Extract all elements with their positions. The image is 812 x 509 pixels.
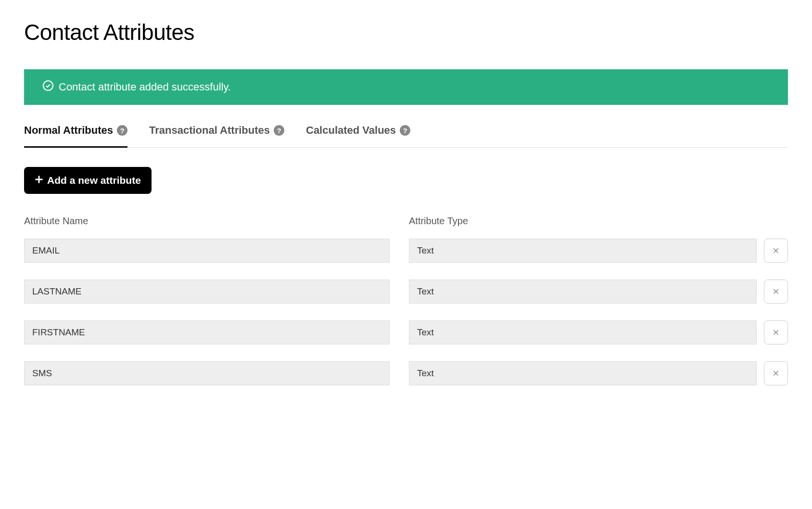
column-header-type: Attribute Type bbox=[409, 216, 788, 227]
help-icon[interactable]: ? bbox=[117, 125, 127, 136]
tab-calculated-values[interactable]: Calculated Values ? bbox=[306, 124, 410, 148]
tab-transactional-attributes[interactable]: Transactional Attributes ? bbox=[149, 124, 284, 148]
check-circle-icon bbox=[42, 80, 54, 94]
attribute-row bbox=[24, 320, 788, 344]
help-icon[interactable]: ? bbox=[274, 125, 284, 136]
attribute-row bbox=[24, 239, 788, 263]
attribute-type-input[interactable] bbox=[409, 361, 757, 385]
attribute-type-input[interactable] bbox=[409, 320, 757, 344]
column-header-name: Attribute Name bbox=[24, 216, 390, 227]
attribute-row bbox=[24, 280, 788, 304]
page-title: Contact Attributes bbox=[24, 19, 788, 45]
columns-header: Attribute Name Attribute Type bbox=[24, 216, 788, 227]
svg-rect-2 bbox=[36, 179, 43, 180]
attribute-name-input[interactable] bbox=[24, 239, 390, 263]
tab-label: Normal Attributes bbox=[24, 124, 113, 137]
help-icon[interactable]: ? bbox=[400, 125, 410, 136]
alert-message: Contact attribute added successfully. bbox=[59, 81, 231, 93]
attribute-name-input[interactable] bbox=[24, 361, 390, 385]
close-icon bbox=[772, 328, 780, 337]
add-attribute-button[interactable]: Add a new attribute bbox=[24, 167, 152, 194]
attribute-type-input[interactable] bbox=[409, 239, 757, 263]
attribute-name-input[interactable] bbox=[24, 280, 390, 304]
tab-label: Calculated Values bbox=[306, 124, 396, 137]
tab-normal-attributes[interactable]: Normal Attributes ? bbox=[24, 124, 127, 148]
plus-icon bbox=[35, 175, 43, 186]
attribute-row bbox=[24, 361, 788, 385]
tabs: Normal Attributes ? Transactional Attrib… bbox=[24, 124, 788, 148]
close-icon bbox=[772, 369, 780, 378]
attributes-list bbox=[24, 239, 788, 385]
delete-attribute-button[interactable] bbox=[764, 280, 788, 304]
tab-label: Transactional Attributes bbox=[149, 124, 270, 137]
close-icon bbox=[772, 287, 780, 296]
success-alert: Contact attribute added successfully. bbox=[24, 69, 788, 105]
delete-attribute-button[interactable] bbox=[764, 361, 788, 385]
delete-attribute-button[interactable] bbox=[764, 320, 788, 344]
attribute-type-input[interactable] bbox=[409, 280, 757, 304]
close-icon bbox=[772, 246, 780, 255]
delete-attribute-button[interactable] bbox=[764, 239, 788, 263]
add-button-label: Add a new attribute bbox=[47, 175, 141, 186]
attribute-name-input[interactable] bbox=[24, 320, 390, 344]
